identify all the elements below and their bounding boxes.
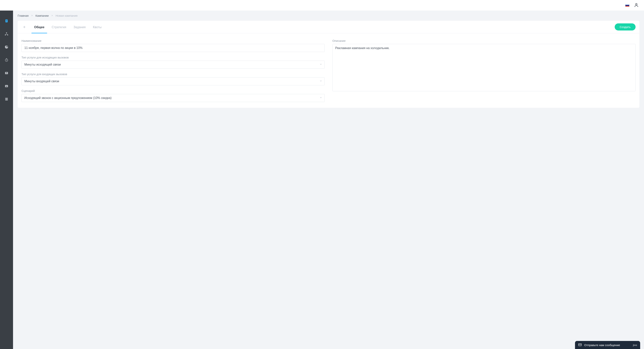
svg-rect-2 [6, 20, 7, 20]
sidebar [0, 11, 13, 349]
field-description: Описание [332, 39, 636, 91]
svg-rect-13 [5, 100, 8, 100]
incoming-service-value: Минуты входящей связи [24, 80, 59, 83]
chevron-down-icon [320, 63, 322, 66]
scenario-select[interactable]: Исходящий звонок с акционным предложение… [22, 94, 325, 102]
sidebar-item-timer[interactable] [4, 57, 9, 63]
field-incoming-service: Тип услуги для входящих вызовов Минуты в… [22, 73, 325, 85]
chevron-down-icon [320, 96, 322, 100]
chat-prompt: Отправьте нам сообщение [584, 343, 620, 347]
chevron-right-icon [31, 14, 33, 17]
scenario-value: Исходящий звонок с акционным предложение… [24, 96, 112, 100]
label-incoming-service: Тип услуги для входящих вызовов [22, 73, 325, 76]
sidebar-item-org-chart[interactable] [4, 31, 9, 37]
sidebar-item-pie-chart[interactable] [4, 44, 9, 50]
chat-brand: jivo [633, 344, 637, 346]
field-name: Наименование [22, 39, 325, 52]
tab-quotas[interactable]: Квоты [92, 21, 103, 33]
chevron-down-icon [320, 80, 322, 83]
topbar [0, 0, 644, 11]
tab-strategy[interactable]: Стратегия [50, 21, 68, 33]
svg-rect-3 [6, 21, 7, 21]
tab-tasks[interactable]: Задания [72, 21, 87, 33]
label-scenario: Сценарий [22, 89, 325, 92]
label-outgoing-service: Тип услуги для исходящих вызовов [22, 56, 325, 59]
breadcrumb-home[interactable]: Главная [18, 14, 28, 17]
create-button[interactable]: Создать [615, 24, 636, 31]
svg-point-0 [636, 4, 637, 5]
label-name: Наименование [22, 39, 325, 42]
outgoing-service-select[interactable]: Минуты исходящей связи [22, 61, 325, 69]
svg-rect-12 [5, 99, 8, 99]
svg-rect-11 [5, 98, 8, 98]
tabs-row: Общее Стратегия Задания Квоты Создать [18, 21, 640, 33]
svg-rect-7 [7, 35, 8, 35]
label-description: Описание [332, 39, 636, 42]
language-flag-icon[interactable] [625, 4, 630, 7]
outgoing-service-value: Минуты исходящей связи [24, 63, 61, 66]
sidebar-item-document[interactable] [4, 18, 9, 24]
chevron-right-icon [51, 14, 53, 17]
back-arrow-icon[interactable] [22, 24, 27, 30]
name-input[interactable] [22, 44, 325, 52]
sidebar-item-inbox-down[interactable] [4, 70, 9, 76]
card: Общее Стратегия Задания Квоты Создать На… [18, 21, 640, 108]
form: Наименование Тип услуги для исходящих вы… [18, 33, 640, 102]
svg-rect-5 [6, 33, 7, 33]
sidebar-item-server[interactable] [4, 97, 9, 102]
svg-rect-6 [5, 35, 6, 35]
breadcrumb: Главная Кампании Новая кампания [18, 14, 640, 17]
sidebar-item-inbox-up[interactable] [4, 83, 9, 89]
main-content: Главная Кампании Новая кампания Общее Ст… [13, 11, 644, 349]
svg-rect-4 [6, 22, 7, 22]
mail-icon [578, 343, 582, 347]
chat-widget[interactable]: Отправьте нам сообщение jivo [575, 341, 640, 349]
form-right-column: Описание [332, 39, 636, 102]
incoming-service-select[interactable]: Минуты входящей связи [22, 77, 325, 85]
tab-general[interactable]: Общее [33, 21, 46, 33]
field-scenario: Сценарий Исходящий звонок с акционным пр… [22, 89, 325, 102]
breadcrumb-current: Новая кампания [56, 14, 78, 17]
description-textarea[interactable] [332, 44, 636, 91]
field-outgoing-service: Тип услуги для исходящих вызовов Минуты … [22, 56, 325, 69]
form-left-column: Наименование Тип услуги для исходящих вы… [22, 39, 325, 102]
breadcrumb-campaigns[interactable]: Кампании [36, 14, 49, 17]
user-icon[interactable] [634, 3, 639, 8]
